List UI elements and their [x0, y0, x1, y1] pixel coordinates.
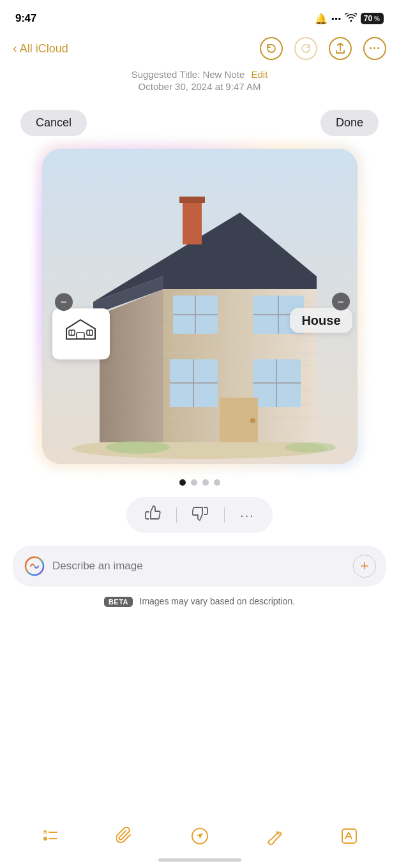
reaction-pill: ··· [126, 497, 273, 533]
dot-1[interactable] [179, 479, 186, 486]
dot-2[interactable] [191, 479, 197, 486]
back-label: All iCloud [20, 42, 68, 56]
note-date: October 30, 2024 at 9:47 AM [13, 81, 386, 92]
beta-row: BETA Images may vary based on descriptio… [0, 595, 399, 607]
svg-rect-25 [179, 197, 205, 203]
ai-icon [24, 556, 45, 576]
page-dots [0, 479, 399, 486]
house-label-text: House [290, 308, 352, 333]
svg-rect-24 [183, 200, 202, 244]
bottom-toolbar [0, 827, 399, 845]
back-button[interactable]: ‹ All iCloud [13, 41, 68, 56]
suggested-title: Suggested Title: New Note Edit [13, 69, 386, 80]
house-sketch-icon [60, 315, 102, 353]
wifi-icon [345, 13, 357, 24]
svg-rect-43 [77, 333, 84, 339]
home-indicator [158, 858, 241, 862]
attach-button[interactable] [116, 827, 134, 845]
navigate-button[interactable] [191, 827, 209, 845]
svg-point-40 [106, 441, 170, 454]
describe-input[interactable] [52, 560, 345, 572]
sketch-thumbnail [52, 308, 110, 359]
status-time: 9:47 [15, 12, 36, 25]
status-icons: 🔔 ▪▪▪ 70 % [315, 13, 384, 25]
svg-marker-22 [163, 276, 317, 289]
remove-sketch-button[interactable]: − [55, 293, 73, 311]
sketch-badge: − [52, 293, 110, 359]
reaction-divider-2 [224, 507, 225, 523]
bell-icon: 🔔 [315, 13, 327, 25]
edit-link[interactable]: Edit [251, 69, 267, 80]
edit-brush-button[interactable] [266, 827, 283, 845]
more-button[interactable]: ··· [363, 37, 386, 60]
remove-house-label-button[interactable]: − [332, 293, 350, 311]
reaction-bar: ··· [0, 497, 399, 533]
back-chevron-icon: ‹ [13, 41, 17, 56]
undo-button[interactable] [260, 37, 283, 60]
thumbs-up-button[interactable] [144, 505, 161, 525]
thumbs-down-button[interactable] [192, 505, 209, 525]
dot-3[interactable] [202, 479, 209, 486]
share-button[interactable] [329, 37, 352, 60]
describe-section: + [13, 546, 386, 587]
signal-icon: ▪▪▪ [331, 14, 342, 23]
cancel-button[interactable]: Cancel [20, 110, 87, 136]
reaction-divider [176, 507, 177, 523]
dot-4[interactable] [214, 479, 220, 486]
done-button[interactable]: Done [320, 110, 379, 136]
beta-badge: BETA [104, 597, 133, 607]
checklist-button[interactable] [41, 827, 59, 845]
nav-bar: ‹ All iCloud ··· [0, 33, 399, 66]
title-area: Suggested Title: New Note Edit October 3… [0, 66, 399, 100]
more-reaction-button[interactable]: ··· [240, 508, 255, 523]
status-bar: 9:47 🔔 ▪▪▪ 70 % [0, 0, 399, 33]
svg-point-39 [250, 418, 255, 423]
plus-button[interactable]: + [353, 555, 376, 578]
svg-point-41 [285, 442, 336, 453]
describe-row: + [13, 546, 386, 587]
nav-actions: ··· [260, 37, 386, 60]
battery-icon: 70 % [361, 13, 384, 24]
svg-marker-54 [196, 833, 203, 839]
svg-rect-55 [342, 829, 356, 843]
beta-description: Images may vary based on description. [140, 596, 296, 606]
compose-button[interactable] [340, 827, 358, 845]
svg-point-50 [43, 837, 47, 841]
house-label-badge: − House [290, 293, 352, 333]
action-bar: Cancel Done [0, 100, 399, 144]
image-container: − − House [37, 144, 363, 469]
redo-button[interactable] [294, 37, 317, 60]
